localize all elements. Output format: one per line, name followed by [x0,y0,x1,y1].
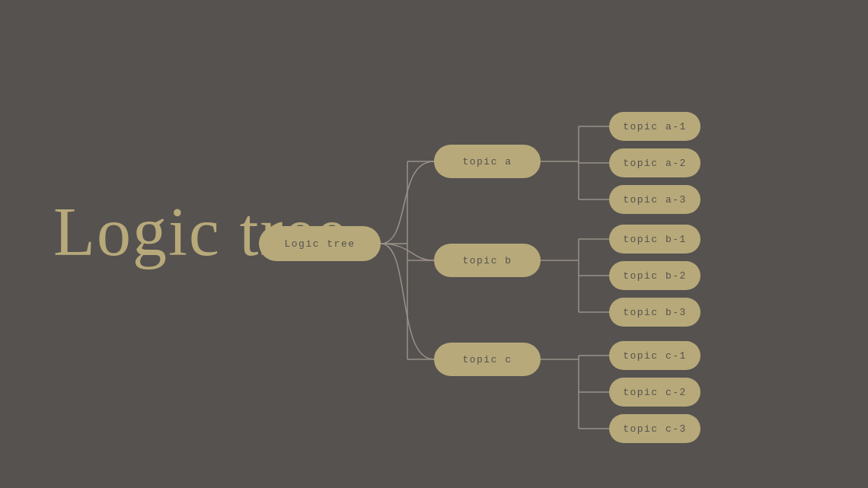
node-topic-a2: topic a-2 [609,148,700,177]
node-root: Logic tree [259,226,381,261]
node-topic-b: topic b [434,244,541,277]
node-topic-b3: topic b-3 [609,298,700,327]
node-topic-a: topic a [434,145,541,178]
node-topic-c1: topic c-1 [609,341,700,370]
node-topic-c2: topic c-2 [609,378,700,407]
node-topic-c: topic c [434,343,541,376]
tree-container: Logic tree topic a topic b topic c topic… [236,46,845,442]
node-topic-c3: topic c-3 [609,414,700,443]
node-topic-b2: topic b-2 [609,261,700,290]
node-topic-a1: topic a-1 [609,112,700,141]
node-topic-a3: topic a-3 [609,185,700,214]
node-topic-b1: topic b-1 [609,225,700,254]
